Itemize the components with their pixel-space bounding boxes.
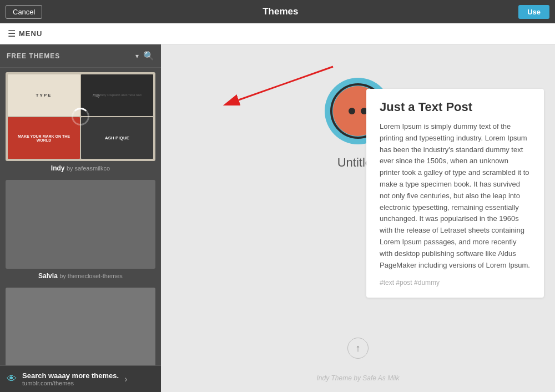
- loading-spinner: [72, 108, 89, 125]
- theme3-thumbnail: [6, 288, 155, 365]
- theme-name-indy: Indy by safeasmilkco: [6, 164, 155, 172]
- indy-thumbnail: TYPE Indy Indy Dispatch and more text MA…: [6, 72, 155, 161]
- post-title: Just a Text Post: [380, 100, 531, 114]
- scroll-indicator: ↑: [347, 338, 369, 359]
- salvia-thumbnail: [6, 180, 155, 269]
- sidebar: FREE THEMES ▾ 🔍 TYPE Indy Indy Dispatch …: [0, 44, 161, 392]
- list-item[interactable]: TYPE Indy Indy Dispatch and more text MA…: [0, 68, 161, 175]
- header: Cancel Themes Use: [0, 0, 555, 23]
- sidebar-footer[interactable]: 👁 Search waaay more themes. tumblr.com/t…: [0, 365, 161, 392]
- hamburger-icon[interactable]: ☰: [8, 28, 16, 39]
- main-layout: FREE THEMES ▾ 🔍 TYPE Indy Indy Dispatch …: [0, 44, 555, 392]
- menu-bar: ☰ MENU: [0, 23, 555, 44]
- thumb-cell: TYPE: [8, 74, 80, 116]
- search-icon[interactable]: 🔍: [143, 51, 154, 61]
- chevron-down-icon[interactable]: ▾: [135, 52, 139, 60]
- list-item[interactable]: Salvia by themecloset-themes: [0, 175, 161, 283]
- cancel-button[interactable]: Cancel: [6, 5, 42, 19]
- sidebar-header: FREE THEMES ▾ 🔍: [0, 44, 161, 68]
- post-tags: #text #post #dummy: [380, 279, 531, 287]
- eye-icon: 👁: [7, 373, 17, 385]
- list-item[interactable]: [0, 283, 161, 365]
- thumb-cell: ASH PIQUE: [81, 117, 153, 159]
- thumb-cell: MAKE YOUR MARK ON THE WORLD: [8, 117, 80, 159]
- page-title: Themes: [48, 6, 513, 17]
- use-button[interactable]: Use: [518, 5, 549, 19]
- menu-label: MENU: [19, 29, 42, 38]
- post-card: Just a Text Post Lorem Ipsum is simply d…: [366, 89, 544, 298]
- search-more-text: Search waaay more themes. tumblr.com/the…: [22, 371, 119, 386]
- post-body: Lorem Ipsum is simply dummy text of the …: [380, 121, 531, 271]
- scroll-up-button[interactable]: ↑: [347, 338, 369, 359]
- theme-attribution: Indy Theme by Safe As Milk: [317, 374, 400, 382]
- preview-area: Untitled Just a Text Post Lorem Ipsum is…: [161, 44, 555, 392]
- chevron-right-icon: ›: [124, 374, 127, 384]
- sidebar-section-title: FREE THEMES: [7, 52, 135, 60]
- theme-list: TYPE Indy Indy Dispatch and more text MA…: [0, 68, 161, 365]
- theme-name-salvia: Salvia by themecloset-themes: [6, 272, 155, 280]
- thumb-cell: Indy Indy Dispatch and more text: [81, 74, 153, 116]
